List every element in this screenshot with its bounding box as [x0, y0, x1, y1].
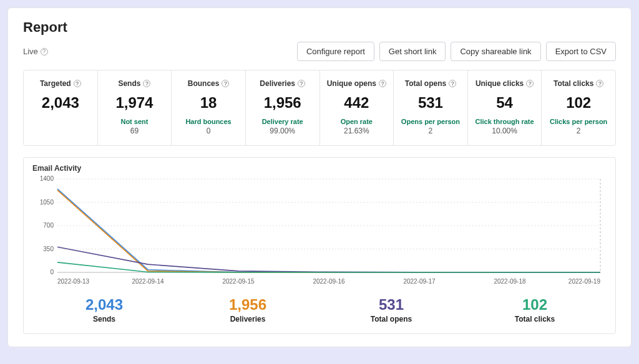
svg-text:0: 0	[50, 269, 54, 275]
metric-label: Bounces?	[177, 79, 240, 88]
svg-text:2022-09-15: 2022-09-15	[222, 278, 255, 285]
chart-line-total-opens	[57, 247, 600, 272]
metric-subvalue: 2	[547, 127, 610, 135]
metric-value: 531	[399, 94, 462, 112]
metric-value: 54	[473, 94, 537, 112]
svg-text:2022-09-13: 2022-09-13	[57, 278, 90, 285]
report-panel: Report Live ? Configure report Get short…	[7, 7, 632, 347]
help-icon[interactable]: ?	[298, 80, 305, 87]
metric-subvalue: 21.63%	[325, 127, 389, 135]
metric-sublabel: Click through rate	[473, 118, 537, 125]
metric-label: Sends?	[103, 79, 167, 88]
chart-summary-row: 2,043Sends1,956Deliveries531Total opens1…	[32, 296, 607, 323]
metric-sublabel: Delivery rate	[251, 118, 315, 125]
svg-text:2022-09-16: 2022-09-16	[313, 278, 345, 285]
get-short-link-button[interactable]: Get short link	[379, 42, 446, 61]
metric-value: 18	[177, 94, 240, 112]
metric-card: Unique clicks?54Click through rate10.00%	[468, 70, 542, 145]
help-icon[interactable]: ?	[143, 80, 150, 87]
metric-card: Bounces?18Hard bounces0	[172, 70, 246, 145]
metric-sublabel: Hard bounces	[177, 118, 240, 125]
status-label: Live	[23, 47, 38, 56]
help-icon[interactable]: ?	[222, 80, 229, 87]
svg-text:2022-09-17: 2022-09-17	[403, 278, 436, 285]
metric-card: Total opens?531Opens per person2	[394, 70, 468, 145]
metric-card: Total clicks?102Clicks per person2	[542, 70, 615, 145]
metric-label: Deliveries?	[251, 79, 315, 88]
metric-subvalue: 69	[103, 127, 167, 135]
summary-opens: 531Total opens	[348, 296, 435, 323]
subheader-row: Live ? Configure report Get short link C…	[23, 42, 616, 61]
metric-value: 1,974	[103, 94, 167, 112]
metric-subvalue: 10.00%	[473, 127, 537, 135]
chart-line-total-clicks	[57, 262, 600, 272]
configure-report-button[interactable]: Configure report	[297, 42, 374, 61]
summary-label: Total opens	[348, 315, 435, 323]
help-icon[interactable]: ?	[526, 80, 534, 87]
svg-text:350: 350	[43, 246, 54, 252]
page-title: Report	[23, 19, 616, 36]
metric-value: 1,956	[251, 94, 315, 112]
summary-label: Sends	[61, 315, 148, 323]
metric-label: Total opens?	[399, 79, 462, 88]
metric-subvalue: 2	[399, 127, 462, 135]
metric-subvalue: 0	[177, 127, 240, 135]
summary-value: 102	[491, 296, 578, 314]
export-csv-button[interactable]: Export to CSV	[546, 42, 616, 61]
metric-sublabel: Open rate	[325, 118, 389, 125]
metric-label: Targeted?	[29, 79, 92, 88]
svg-text:700: 700	[43, 222, 54, 229]
summary-deliveries: 1,956Deliveries	[204, 296, 291, 323]
chart-title: Email Activity	[32, 164, 607, 173]
metric-sublabel: Clicks per person	[547, 118, 610, 125]
metric-subvalue: 99.00%	[251, 127, 315, 135]
metric-label: Unique opens?	[325, 79, 389, 88]
metric-card: Unique opens?442Open rate21.63%	[320, 70, 394, 145]
summary-sends: 2,043Sends	[61, 296, 148, 323]
svg-text:2022-09-19: 2022-09-19	[568, 278, 601, 285]
help-icon[interactable]: ?	[41, 48, 48, 55]
help-icon[interactable]: ?	[74, 80, 81, 87]
metric-value: 102	[547, 94, 610, 112]
metric-value: 2,043	[29, 94, 92, 112]
status-live: Live ?	[23, 47, 48, 56]
metric-sublabel: Opens per person	[399, 118, 462, 125]
metric-card: Sends?1,974Not sent69	[98, 70, 172, 145]
metric-label: Unique clicks?	[473, 79, 537, 88]
chart-line-sends	[57, 189, 600, 272]
summary-clicks: 102Total clicks	[491, 296, 578, 323]
summary-label: Total clicks	[491, 315, 578, 323]
svg-text:1400: 1400	[40, 175, 54, 182]
chart-card: Email Activity 0350700105014002022-09-13…	[23, 157, 616, 334]
metric-value: 442	[325, 94, 389, 112]
metrics-row: Targeted?2,043Sends?1,974Not sent69Bounc…	[23, 70, 616, 146]
metric-card: Deliveries?1,956Delivery rate99.00%	[246, 70, 320, 145]
svg-text:2022-09-14: 2022-09-14	[132, 278, 164, 285]
summary-value: 2,043	[61, 296, 148, 314]
help-icon[interactable]: ?	[379, 80, 386, 87]
summary-value: 531	[348, 296, 435, 314]
metric-label: Total clicks?	[547, 79, 610, 88]
help-icon[interactable]: ?	[596, 80, 603, 87]
metric-card: Targeted?2,043	[24, 70, 98, 145]
svg-text:2022-09-18: 2022-09-18	[494, 278, 526, 285]
actions-row: Configure report Get short link Copy sha…	[297, 42, 616, 61]
help-icon[interactable]: ?	[449, 80, 456, 87]
summary-label: Deliveries	[204, 315, 291, 323]
svg-text:1050: 1050	[40, 199, 54, 206]
metric-sublabel: Not sent	[103, 118, 167, 125]
copy-shareable-link-button[interactable]: Copy shareable link	[451, 42, 540, 61]
summary-value: 1,956	[204, 296, 291, 314]
email-activity-chart: 0350700105014002022-09-132022-09-142022-…	[32, 175, 607, 287]
